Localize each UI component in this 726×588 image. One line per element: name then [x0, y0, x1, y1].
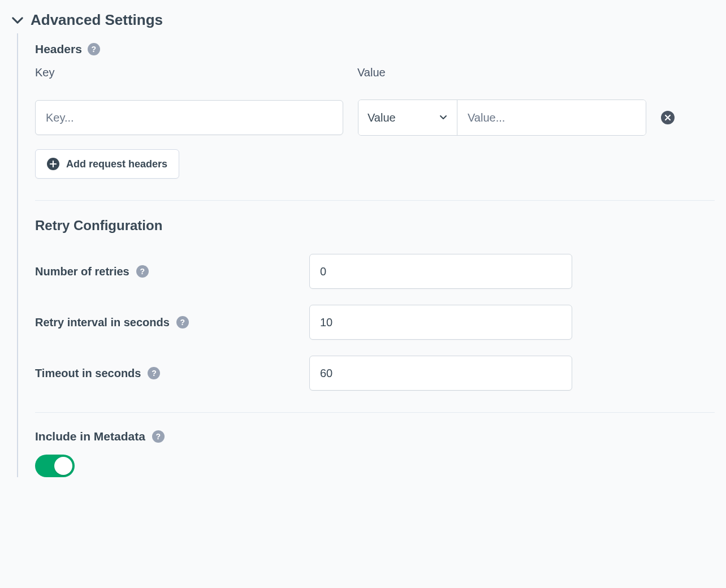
include-metadata-toggle[interactable] — [35, 455, 75, 477]
add-headers-button[interactable]: Add request headers — [35, 149, 179, 179]
toggle-knob — [54, 457, 72, 475]
header-value-type-select[interactable]: Value — [358, 100, 457, 135]
retry-interval-label: Retry interval in seconds — [35, 316, 170, 329]
plus-circle-icon — [47, 158, 59, 170]
help-icon[interactable]: ? — [136, 265, 149, 278]
help-icon[interactable]: ? — [176, 316, 189, 328]
timeout-input[interactable] — [309, 356, 572, 391]
help-icon[interactable]: ? — [148, 367, 160, 379]
remove-header-button[interactable] — [661, 111, 675, 124]
key-column-label: Key — [35, 66, 357, 79]
timeout-label: Timeout in seconds — [35, 367, 141, 380]
header-key-input[interactable] — [35, 100, 343, 135]
divider — [35, 412, 715, 413]
num-retries-input[interactable] — [309, 254, 572, 289]
header-value-group: Value — [358, 100, 646, 136]
num-retries-label: Number of retries — [35, 265, 129, 278]
chevron-down-icon — [11, 14, 24, 27]
headers-title: Headers — [35, 42, 82, 56]
header-value-input[interactable] — [457, 100, 646, 135]
chevron-down-icon — [439, 111, 448, 124]
divider — [35, 200, 715, 201]
close-icon — [664, 114, 671, 121]
accordion-content: Headers ? Key Value Value Add request he — [17, 33, 715, 477]
header-value-type-selected: Value — [368, 111, 396, 124]
add-headers-label: Add request headers — [66, 158, 167, 170]
accordion-title: Advanced Settings — [31, 11, 163, 29]
value-column-label: Value — [357, 66, 715, 79]
retry-title: Retry Configuration — [35, 218, 715, 234]
include-metadata-label: Include in Metadata — [35, 430, 145, 443]
help-icon[interactable]: ? — [88, 43, 100, 55]
header-row: Value — [35, 100, 715, 136]
accordion-toggle[interactable]: Advanced Settings — [11, 11, 715, 33]
help-icon[interactable]: ? — [152, 430, 165, 443]
retry-interval-input[interactable] — [309, 305, 572, 340]
